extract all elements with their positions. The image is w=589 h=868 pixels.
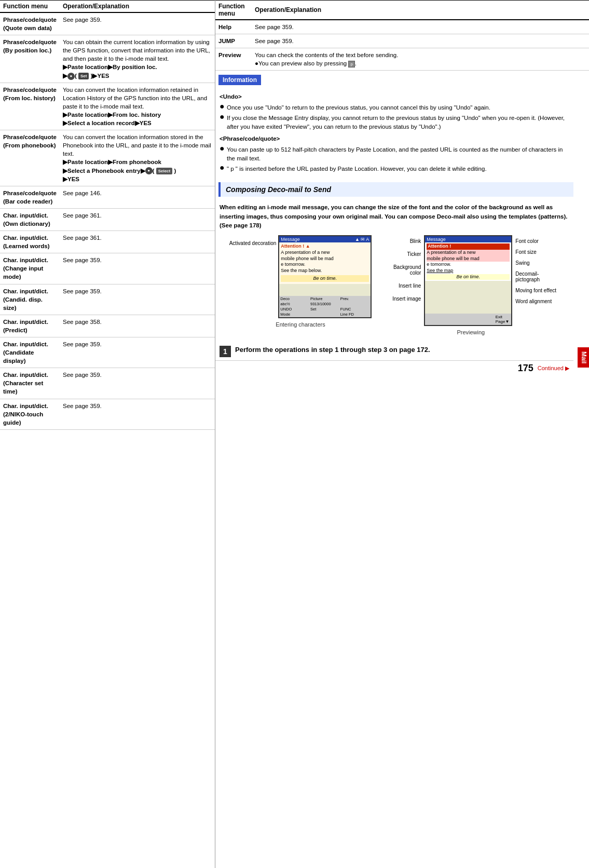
func-cell: Char. input/dict. (2/NIKO-touch guide) xyxy=(0,399,60,429)
table-row: Preview You can check the contents of th… xyxy=(215,48,589,71)
right-header-op: Operation/Explanation xyxy=(252,1,589,20)
right-table: Function menu Operation/Explanation Help… xyxy=(215,0,589,71)
op-cell: You can convert the location information… xyxy=(60,130,215,186)
table-row: Char. input/dict. (Candid. disp. size) S… xyxy=(0,284,215,315)
op-cell: See page 358. xyxy=(60,315,215,337)
right-table-header: Function menu Operation/Explanation xyxy=(215,1,589,20)
step-number: 1 xyxy=(220,346,231,357)
func-cell: Help xyxy=(215,20,252,34)
op-cell: See page 359. xyxy=(60,399,215,429)
screen-content: Attention ! A presentation of a new mobi… xyxy=(425,242,511,281)
info-bullet: ● " p " is inserted before the URL paste… xyxy=(220,165,570,173)
deco-description: When editing an i-mode mail message, you… xyxy=(215,201,573,233)
func-cell: Phrase/code/quote (By position loc.) xyxy=(0,35,60,83)
table-row: Phrase/code/quote (From phonebook) You c… xyxy=(0,130,215,186)
previewing-screen: Message Attention ! A presentation of a … xyxy=(424,235,512,326)
step-text: Perform the operations in step 1 through… xyxy=(235,345,430,355)
preview-bullet: ●You can preview also by pressing p. xyxy=(255,60,357,66)
op-cell: See page 359. xyxy=(60,12,215,35)
left-header-op: Operation/Explanation xyxy=(60,1,215,13)
func-cell: Preview xyxy=(215,48,252,71)
op-cell: You can check the contents of the text b… xyxy=(252,48,589,71)
operation-steps: ▶Paste location▶From loc. history▶Select… xyxy=(63,112,161,126)
activated-decoration-label: Activated decoration xyxy=(229,235,277,246)
screen-toolbar: DecoPicturePrev. abc½9313/10000 UNDOSetF… xyxy=(279,296,371,317)
table-row: Char. input/dict. (Character set time) S… xyxy=(0,368,215,399)
table-row: Char. input/dict. (2/NIKO-touch guide) S… xyxy=(0,399,215,429)
undo-heading: <Undo> xyxy=(220,92,570,101)
table-row: Char. input/dict. (Predict) See page 358… xyxy=(0,315,215,337)
op-cell: See page 359. xyxy=(60,368,215,399)
table-row: Char. input/dict. (Learned words) See pa… xyxy=(0,231,215,253)
func-cell: Char. input/dict. (Change input mode) xyxy=(0,253,60,284)
info-section: <Undo> ● Once you use "Undo" to return t… xyxy=(215,87,574,179)
table-row: Phrase/code/quote (Quote own data) See p… xyxy=(0,12,215,35)
table-row: JUMP See page 359. xyxy=(215,34,589,48)
info-bullet: ● If you close the Message Entry display… xyxy=(220,114,570,132)
table-row: Help See page 359. xyxy=(215,20,589,34)
bullet-symbol: ● xyxy=(220,102,227,111)
step-section: 1 Perform the operations in step 1 throu… xyxy=(215,342,573,360)
func-cell: Phrase/code/quote (From phonebook) xyxy=(0,130,60,186)
op-cell: You can obtain the current location info… xyxy=(60,35,215,83)
entering-characters-block: Activated decoration Message ▲ ✉ A Atten… xyxy=(229,235,372,328)
left-column: Function menu Operation/Explanation Phra… xyxy=(0,0,215,868)
page-number-area: 175 Continued ▶ xyxy=(215,360,573,376)
info-bullet: ● Once you use "Undo" to return to the p… xyxy=(220,103,570,112)
table-row: Phrase/code/quote (From loc. history) Yo… xyxy=(0,83,215,130)
mail-tab: Mail xyxy=(578,347,589,368)
operation-steps: ▶Paste location▶By position loc.▶●( Set … xyxy=(63,64,157,78)
right-column: Mail Function menu Operation/Explanation… xyxy=(215,0,589,868)
func-cell: Char. input/dict. (Predict) xyxy=(0,315,60,337)
left-table: Function menu Operation/Explanation Phra… xyxy=(0,0,215,430)
entering-characters-label: Entering characters xyxy=(276,321,325,328)
bullet-symbol: ● xyxy=(220,144,227,153)
table-row: Char. input/dict. (Change input mode) Se… xyxy=(0,253,215,284)
func-cell: Phrase/code/quote (Quote own data) xyxy=(0,12,60,35)
previewing-block: Blink Ticker Background color Insert lin… xyxy=(382,235,559,335)
func-cell: Char. input/dict. (Character set time) xyxy=(0,368,60,399)
op-cell: See page 359. xyxy=(60,284,215,315)
screen-content: Attention ! ▲ A presentation of a new mo… xyxy=(279,242,371,284)
screenshots-area: Activated decoration Message ▲ ✉ A Atten… xyxy=(215,233,573,337)
table-row: Char. input/dict. (Own dictionary) See p… xyxy=(0,208,215,230)
func-cell: Phrase/code/quote (From loc. history) xyxy=(0,83,60,130)
table-row: Char. input/dict. (Candidate display) Se… xyxy=(0,337,215,368)
func-cell: Char. input/dict. (Own dictionary) xyxy=(0,208,60,230)
func-cell: Phrase/code/quote (Bar code reader) xyxy=(0,186,60,208)
screen-top-bar: Message xyxy=(425,236,511,242)
phrase-heading: <Phrase/code/quote> xyxy=(220,134,570,143)
op-cell: See page 359. xyxy=(252,34,589,48)
screen-bottom-bar: ExitPage▼ xyxy=(425,314,511,325)
right-header-func: Function menu xyxy=(215,1,252,20)
op-cell: See page 361. xyxy=(60,231,215,253)
info-bullet: ● You can paste up to 512 half-pitch cha… xyxy=(220,145,570,164)
func-cell: Char. input/dict. (Candidate display) xyxy=(0,337,60,368)
left-annotations: Blink Ticker Background color Insert lin… xyxy=(382,235,421,302)
bullet-symbol: ● xyxy=(220,164,227,172)
op-cell: See page 361. xyxy=(60,208,215,230)
op-cell: See page 359. xyxy=(60,253,215,284)
entering-characters-screen: Message ▲ ✉ A Attention ! ▲ A presentati… xyxy=(278,235,372,318)
table-row: Phrase/code/quote (Bar code reader) See … xyxy=(0,186,215,208)
info-box: Information xyxy=(215,71,574,87)
table-row: Phrase/code/quote (By position loc.) You… xyxy=(0,35,215,83)
op-cell: See page 146. xyxy=(60,186,215,208)
deco-section-header: Composing Deco-mail to Send xyxy=(218,182,573,197)
func-cell: Char. input/dict. (Candid. disp. size) xyxy=(0,284,60,315)
previewing-label: Previewing xyxy=(457,329,485,335)
page-number: 175 xyxy=(518,363,533,374)
left-table-header: Function menu Operation/Explanation xyxy=(0,1,215,13)
operation-steps: ▶Paste location▶From phonebook▶Select a … xyxy=(63,159,176,182)
left-header-func: Function menu xyxy=(0,1,60,13)
func-cell: Char. input/dict. (Learned words) xyxy=(0,231,60,253)
op-cell: See page 359. xyxy=(252,20,589,34)
screen-top-bar: Message ▲ ✉ A xyxy=(279,236,371,242)
right-annotations: Font color Font size Swing Decomail-pict… xyxy=(515,235,559,304)
func-cell: JUMP xyxy=(215,34,252,48)
op-cell: See page 359. xyxy=(60,337,215,368)
continued-text: Continued ▶ xyxy=(538,365,569,372)
bullet-symbol: ● xyxy=(220,113,227,121)
op-cell: You can convert the location information… xyxy=(60,83,215,130)
